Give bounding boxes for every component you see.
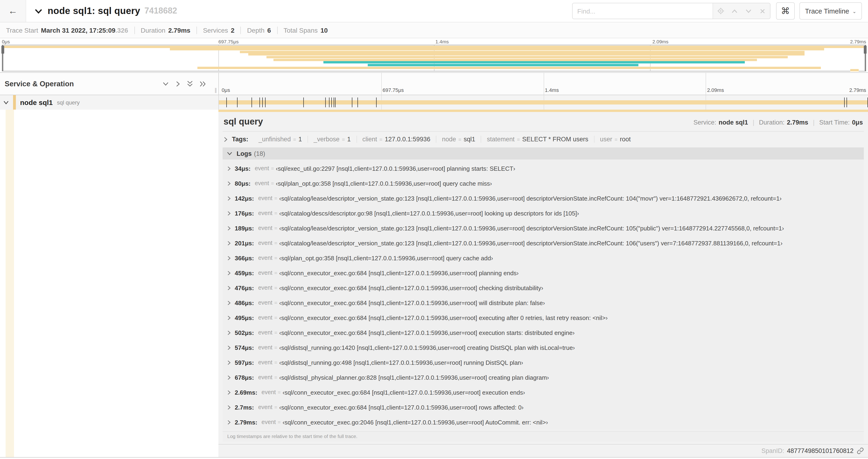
log-marker-tick[interactable]	[376, 97, 377, 107]
log-chevron-right-icon[interactable]	[227, 315, 231, 320]
log-row[interactable]: 2.69ms:event=‹sql/conn_executor_exec.go:…	[223, 385, 864, 400]
log-chevron-right-icon[interactable]	[227, 196, 231, 201]
tag-pill[interactable]: _verbose=1	[308, 136, 357, 143]
expand-one-icon[interactable]	[175, 80, 181, 87]
log-marker-tick[interactable]	[329, 97, 330, 107]
trace-collapse-chevron-icon[interactable]	[34, 8, 42, 14]
tags-chevron-right-icon[interactable]	[223, 136, 228, 142]
ruler-tick-label: 1.4ms	[545, 87, 559, 93]
summary-value: March 31 2022, 17:25:09	[41, 26, 115, 34]
log-chevron-right-icon[interactable]	[227, 270, 231, 275]
find-input[interactable]	[572, 3, 713, 19]
viewport-scrubber-left[interactable]	[2, 45, 3, 71]
log-chevron-right-icon[interactable]	[227, 390, 231, 395]
log-chevron-right-icon[interactable]	[227, 300, 231, 305]
span-collapse-chevron-icon[interactable]	[3, 100, 9, 105]
detail-meta: Service: node sql1 | Duration: 2.79ms | …	[693, 119, 863, 126]
log-chevron-right-icon[interactable]	[227, 345, 231, 350]
log-marker-tick[interactable]	[304, 97, 304, 107]
tags-row[interactable]: Tags: _unfinished=1_verbose=1client=127.…	[223, 132, 864, 146]
log-marker-tick[interactable]	[265, 97, 266, 107]
log-marker-tick[interactable]	[357, 97, 358, 107]
tag-pill[interactable]: statement=SELECT * FROM users	[482, 136, 594, 143]
tag-key: _verbose	[314, 136, 340, 143]
log-timestamp: 476μs:	[235, 284, 254, 291]
log-marker-tick[interactable]	[325, 97, 326, 107]
log-row[interactable]: 176μs:event=‹sql/catalog/descs/descripto…	[223, 206, 864, 221]
tag-pill[interactable]: node=sql1	[436, 136, 482, 143]
log-equals: =	[271, 181, 274, 186]
log-chevron-right-icon[interactable]	[227, 360, 231, 365]
log-row[interactable]: 502μs:event=‹sql/conn_executor_exec.go:6…	[223, 325, 864, 340]
log-chevron-right-icon[interactable]	[227, 181, 231, 186]
log-chevron-right-icon[interactable]	[227, 240, 231, 245]
log-row[interactable]: 574μs:event=‹sql/distsql_running.go:1420…	[223, 340, 864, 355]
minimap-canvas[interactable]	[2, 45, 866, 71]
log-row[interactable]: 597μs:event=‹sql/distsql_running.go:498 …	[223, 355, 864, 370]
log-row[interactable]: 142μs:event=‹sql/catalog/lease/descripto…	[223, 191, 864, 206]
collapse-all-icon[interactable]	[187, 80, 193, 87]
span-bar-cell[interactable]	[218, 95, 868, 110]
log-row[interactable]: 678μs:event=‹sql/distsql_physical_planne…	[223, 370, 864, 385]
span-service-name[interactable]: node sql1	[20, 98, 53, 106]
back-button[interactable]: ←	[0, 0, 26, 22]
scrubber-grip[interactable]	[864, 46, 867, 54]
tag-pill[interactable]: _unfinished=1	[253, 136, 308, 143]
log-chevron-right-icon[interactable]	[227, 226, 231, 231]
locate-icon[interactable]	[717, 7, 724, 15]
column-resizer-handle[interactable]: ∥	[214, 87, 217, 93]
log-marker-tick[interactable]	[259, 97, 260, 107]
log-chevron-right-icon[interactable]	[227, 255, 231, 261]
log-chevron-right-icon[interactable]	[227, 330, 231, 335]
log-marker-tick[interactable]	[226, 97, 227, 107]
tag-pill[interactable]: user=root	[594, 136, 636, 143]
log-chevron-right-icon[interactable]	[227, 285, 231, 290]
log-equals: =	[274, 374, 277, 380]
log-row[interactable]: 201μs:event=‹sql/catalog/lease/descripto…	[223, 236, 864, 251]
log-marker-tick[interactable]	[262, 97, 263, 107]
collapse-one-icon[interactable]	[162, 81, 169, 87]
span-row[interactable]: node sql1 sql query	[0, 95, 868, 110]
summary-item: Services2	[197, 26, 241, 34]
log-chevron-right-icon[interactable]	[227, 405, 231, 410]
tags-label[interactable]: Tags:	[232, 136, 248, 143]
deep-link-icon[interactable]	[857, 447, 864, 454]
log-marker-tick[interactable]	[334, 97, 334, 107]
log-chevron-right-icon[interactable]	[227, 210, 231, 216]
log-row[interactable]: 476μs:event=‹sql/conn_executor_exec.go:6…	[223, 280, 864, 295]
keyboard-shortcuts-button[interactable]: ⌘	[776, 2, 795, 20]
log-row[interactable]: 495μs:event=‹sql/conn_executor_exec.go:6…	[223, 310, 864, 325]
find-tools	[713, 3, 770, 19]
log-marker-tick[interactable]	[844, 97, 845, 107]
log-marker-tick[interactable]	[352, 97, 352, 107]
log-chevron-right-icon[interactable]	[227, 420, 231, 425]
log-row[interactable]: 486μs:event=‹sql/conn_executor_exec.go:6…	[223, 295, 864, 310]
log-row[interactable]: 459μs:event=‹sql/conn_executor_exec.go:6…	[223, 265, 864, 280]
log-field-value: ‹sql/distsql_physical_planner.go:828 [ns…	[279, 374, 549, 381]
log-marker-tick[interactable]	[237, 97, 238, 107]
log-row[interactable]: 34μs:event=‹sql/exec_util.go:2297 [nsql1…	[223, 161, 864, 176]
log-marker-tick[interactable]	[251, 97, 252, 107]
log-timestamp: 574μs:	[235, 344, 254, 351]
log-row[interactable]: 2.7ms:event=‹sql/conn_executor_exec.go:6…	[223, 400, 864, 415]
trace-view-selector[interactable]: Trace Timeline ⌄	[799, 2, 862, 20]
log-row[interactable]: 80μs:event=‹sql/plan_opt.go:358 [nsql1,c…	[223, 176, 864, 191]
log-row[interactable]: 189μs:event=‹sql/catalog/lease/descripto…	[223, 221, 864, 236]
tag-equals: =	[379, 137, 382, 142]
find-prev-icon[interactable]	[731, 7, 738, 15]
find-clear-icon[interactable]	[759, 7, 766, 15]
log-marker-tick[interactable]	[332, 97, 332, 107]
log-row[interactable]: 2.79ms:event=‹sql/conn_executor_exec.go:…	[223, 415, 864, 430]
log-marker-tick[interactable]	[335, 97, 336, 107]
log-row[interactable]: 366μs:event=‹sql/plan_opt.go:358 [nsql1,…	[223, 251, 864, 265]
tag-pill[interactable]: client=127.0.0.1:59936	[357, 136, 436, 143]
log-chevron-right-icon[interactable]	[227, 375, 231, 380]
viewport-scrubber-right[interactable]	[865, 45, 866, 71]
scrubber-grip[interactable]	[1, 46, 4, 54]
log-marker-tick[interactable]	[846, 97, 847, 107]
log-chevron-right-icon[interactable]	[227, 166, 231, 171]
expand-all-icon[interactable]	[199, 80, 206, 87]
span-duration-bar[interactable]	[219, 100, 868, 104]
logs-header[interactable]: Logs (18)	[223, 147, 864, 160]
find-next-icon[interactable]	[745, 7, 752, 15]
